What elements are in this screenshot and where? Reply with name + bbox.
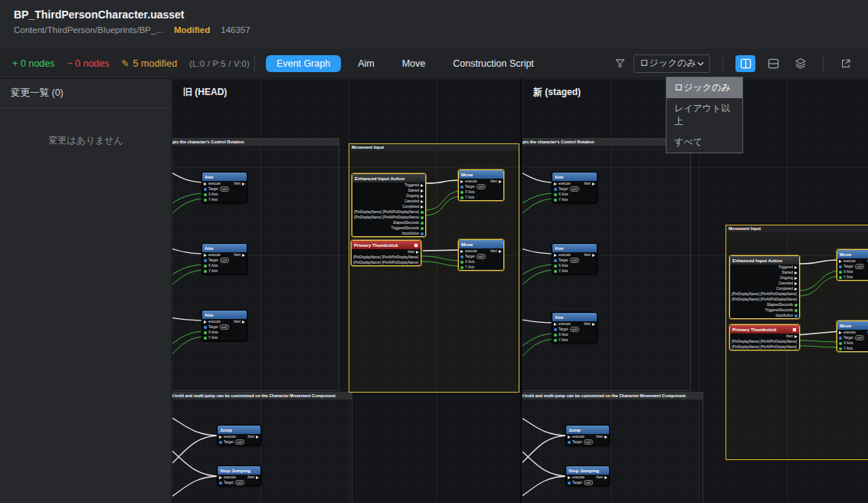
pin-default-value: self [855,335,864,340]
graph-node-enhanced-input-action[interactable]: Enhanced Input ActionTriggeredStartedOng… [352,173,426,237]
pin-label: Target [465,255,475,258]
graph-node-move[interactable]: MoveexecutethenTargetselfX AxisY Axis [837,321,868,352]
pin-label: Canceled [405,199,419,203]
pin-row: X Axis [552,332,597,337]
exec-pin-icon [256,476,259,479]
node-title: Primary Thumbstick [352,241,421,249]
pin-row: Y Axis [202,335,247,340]
pin-row: X Axis [552,192,597,197]
green-pin-icon [421,216,424,219]
pin-label: X Axis [558,333,568,337]
graph-node-aim[interactable]: AimexecutethenTargetselfX AxisY Axis [201,172,247,203]
graph-node-primary-thumbstick[interactable]: Primary Thumbstickthen{PinDisplayName} [… [729,324,800,350]
pin-label: X Axis [843,270,853,274]
node-title-text: Jump [220,428,232,432]
graph-node-aim[interactable]: AimexecutethenTargetselfX AxisY Axis [552,243,598,275]
pin-row: Targetself [566,439,609,445]
pin-label: then [584,182,591,186]
pin-ongoing: Ongoing [780,276,798,280]
exec-pin-icon [794,277,798,280]
node-title: Aim [552,244,597,252]
open-external-button[interactable] [836,55,856,72]
pin-row: X Axis [202,263,247,268]
green-pin-icon [839,342,842,345]
pin-row: Y Axis [202,197,247,202]
split-vertical-view-button[interactable] [735,55,755,72]
pin-row: X Axis [202,192,247,197]
comment-box-component-adopts-the-cha[interactable]: component adopts the character's Control… [522,138,691,391]
view-tabs: Event GraphAimMoveConstruction Script [266,55,545,72]
exec-pin-icon [568,436,571,439]
graph-node-primary-thumbstick[interactable]: Primary Thumbstickthen{PinDisplayName} [… [351,240,421,266]
diff-panel-old[interactable]: component adopts the character's Control… [172,79,520,503]
pin-target: Targetself [554,327,579,332]
node-title: Enhanced Input Action [352,174,425,182]
pin-row: then [352,249,421,255]
graph-node-jump[interactable]: JumpexecutethenTargetself [565,425,610,445]
pin-execute: execute [554,322,571,326]
graph-node-jump[interactable]: JumpexecutethenTargetself [217,425,261,445]
comment-box-component-adopts-the-cha[interactable]: component adopts the character's Control… [172,138,339,391]
pin-canceled: Canceled [405,199,424,203]
diff-filter-select[interactable]: ロジックのみ [634,54,710,73]
green-pin-icon [204,270,207,273]
pin-y-axis: Y Axis [460,196,474,199]
exec-pin-icon [242,321,245,324]
pin-pindisplayname-pinaltpindisplayname: {PinDisplayName} [PinAltPinDisplayName] [353,261,419,265]
pin-label: Target [224,481,234,485]
pin-target: Targetself [204,258,229,263]
pin-target: Targetself [204,324,229,330]
pin-row: executethen [837,330,868,335]
dropdown-item-item[interactable]: レイアウト以上 [667,98,742,132]
graph-node-aim[interactable]: AimexecutethenTargetselfX AxisY Axis [552,312,598,344]
graph-node-move[interactable]: MoveexecutethenTargetselfX AxisY Axis [458,239,504,271]
graph-node-aim[interactable]: AimexecutethenTargetselfX AxisY Axis [201,310,247,341]
comment-title: Movement Input [349,144,519,151]
tab-construction-script[interactable]: Construction Script [442,55,545,72]
exec-pin-icon [242,182,245,186]
dropdown-item-item[interactable]: すべて [667,132,742,153]
green-pin-icon [554,199,557,202]
pin-row: executethen [202,319,247,324]
pin-then: then [247,435,259,439]
exec-pin-icon [460,250,463,253]
node-title-text: Move [461,173,473,177]
tab-aim[interactable]: Aim [347,55,385,72]
pin-row: executethen [202,181,247,186]
dropdown-item-item[interactable]: ロジックのみ [667,77,742,98]
pin-row: Targetself [552,327,597,332]
pin-label: Y Axis [208,336,218,340]
node-title: Aim [202,311,247,319]
node-title-text: Aim [205,175,213,179]
pin-row: {PinDisplayName} [PinAltPinDisplayName] [730,344,799,350]
pin-canceled: Canceled [778,281,798,285]
graph-node-aim[interactable]: AimexecutethenTargetselfX AxisY Axis [201,243,247,275]
node-title: Move [837,321,868,330]
pin-started: Started [781,271,798,275]
pin-row: {PinDisplayName} [PinAltPinDisplayName] [352,255,421,260]
pin-execute: execute [219,435,236,439]
comment-box-eight-press-and-hold-and[interactable]: eight, press-and-hold and multi-jump can… [522,392,703,503]
graph-node-enhanced-input-action[interactable]: Enhanced Input ActionTriggeredStartedOng… [729,255,800,319]
pin-label: then [234,253,241,257]
layers-view-button[interactable] [791,55,811,72]
comment-box-eight-press-and-hold-and[interactable]: eight, press-and-hold and multi-jump can… [172,392,352,503]
pin-inputaction: InputAction [775,314,798,317]
pin-row: InputAction [352,231,425,236]
tab-event-graph[interactable]: Event Graph [266,55,341,72]
pin-execute: execute [204,182,221,186]
tab-move[interactable]: Move [391,55,437,72]
green-pin-icon [460,266,463,269]
graph-node-move[interactable]: MoveexecutethenTargetselfX AxisY Axis [458,169,504,201]
graph-node-move[interactable]: MoveexecutethenTargetselfX AxisY Axis [837,249,868,281]
exec-pin-icon [219,476,222,479]
graph-node-stop-jumping[interactable]: Stop JumpingexecutethenTargetself [217,465,261,486]
graph-node-aim[interactable]: AimexecutethenTargetselfX AxisY Axis [552,172,598,203]
pin-label: Y Axis [465,265,474,269]
pin-label: Ongoing [406,194,419,198]
pin-default-value: self [477,184,486,189]
split-horizontal-view-button[interactable] [763,55,783,72]
exec-pin-icon [242,254,245,257]
graph-node-stop-jumping[interactable]: Stop JumpingexecutethenTargetself [565,465,610,486]
pin-label: {PinDisplayName} [PinAltPinDisplayName] [354,210,419,214]
